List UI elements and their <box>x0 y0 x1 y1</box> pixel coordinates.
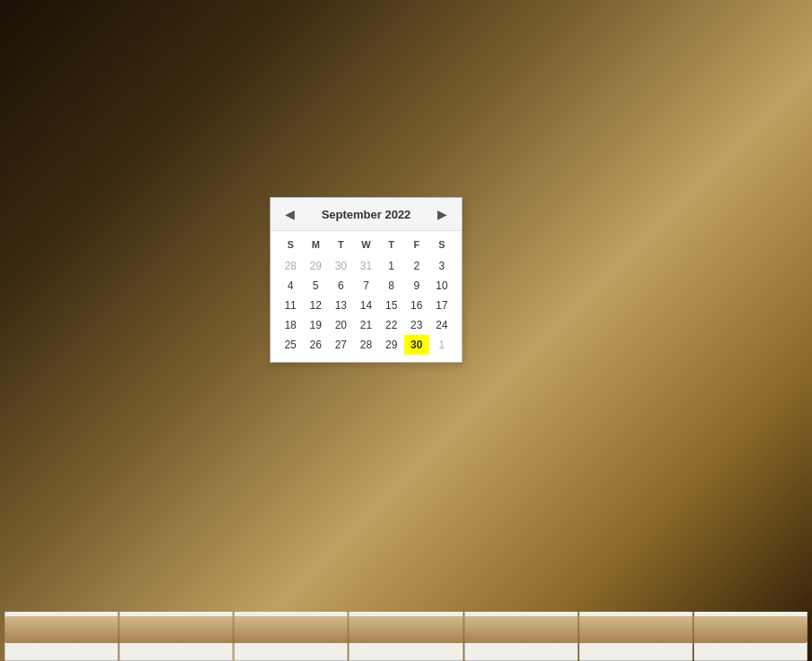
calendar-prev-button[interactable]: ◀ <box>280 205 300 223</box>
cal-day[interactable]: 11 <box>278 296 303 315</box>
cal-day[interactable]: 7 <box>353 276 378 296</box>
calendar-header: ◀ September 2022 ▶ <box>271 198 462 231</box>
cal-day[interactable]: 4 <box>278 276 303 296</box>
cal-day[interactable]: 3 <box>429 256 454 276</box>
weekday-mon: M <box>303 236 328 253</box>
cal-day[interactable]: 19 <box>303 315 328 335</box>
weekday-fri: F <box>404 236 429 253</box>
cal-day[interactable]: 16 <box>404 296 429 315</box>
product-card[interactable] <box>544 365 785 510</box>
cal-day[interactable]: 17 <box>429 296 454 315</box>
cal-day[interactable]: 30 <box>328 256 353 276</box>
cal-day-today[interactable]: 30 <box>404 335 429 355</box>
cal-day[interactable]: 20 <box>328 315 353 335</box>
products-grid <box>27 365 785 510</box>
cal-day[interactable]: 29 <box>379 335 404 355</box>
cal-day[interactable]: 18 <box>278 315 303 335</box>
cal-day[interactable]: 10 <box>429 276 454 296</box>
cal-day[interactable]: 14 <box>353 296 378 315</box>
cal-day[interactable]: 13 <box>328 296 353 315</box>
weekday-sun: S <box>278 236 303 253</box>
weekday-sat: S <box>429 236 454 253</box>
weekday-tue: T <box>328 236 353 253</box>
calendar-month: September 2022 <box>322 208 411 221</box>
cal-day[interactable]: 12 <box>303 296 328 315</box>
main-content: Search Bookings Availibility ◀ September… <box>0 91 812 528</box>
cal-day[interactable]: 28 <box>353 335 378 355</box>
cal-day[interactable]: 23 <box>404 315 429 335</box>
calendar-next-button[interactable]: ▶ <box>432 205 453 223</box>
cal-day[interactable]: 28 <box>278 256 303 276</box>
cal-day[interactable]: 31 <box>353 256 378 276</box>
calendar-popup: ◀ September 2022 ▶ S M T W T F S <box>270 197 462 363</box>
weekday-thu: T <box>379 236 404 253</box>
cal-day[interactable]: 21 <box>353 315 378 335</box>
cal-day[interactable]: 15 <box>379 296 404 315</box>
weekday-wed: W <box>353 236 378 253</box>
product-image-piano2 <box>545 365 784 509</box>
cal-day[interactable]: 5 <box>303 276 328 296</box>
cal-day[interactable]: 1 <box>379 256 404 276</box>
cal-day[interactable]: 27 <box>328 335 353 355</box>
cal-day[interactable]: 25 <box>278 335 303 355</box>
cal-day[interactable]: 6 <box>328 276 353 296</box>
calendar-days: 28 29 30 31 1 2 3 4 5 6 7 8 9 1 <box>278 256 454 355</box>
cal-day[interactable]: 8 <box>379 276 404 296</box>
cal-day[interactable]: 22 <box>379 315 404 335</box>
calendar-weekdays: S M T W T F S <box>278 236 454 253</box>
calendar-grid: S M T W T F S 28 29 30 31 1 <box>271 231 462 362</box>
cal-day[interactable]: 2 <box>404 256 429 276</box>
cal-day[interactable]: 1 <box>429 335 454 355</box>
cal-day[interactable]: 24 <box>429 315 454 335</box>
cal-day[interactable]: 26 <box>303 335 328 355</box>
cal-day[interactable]: 9 <box>404 276 429 296</box>
cal-day[interactable]: 29 <box>303 256 328 276</box>
